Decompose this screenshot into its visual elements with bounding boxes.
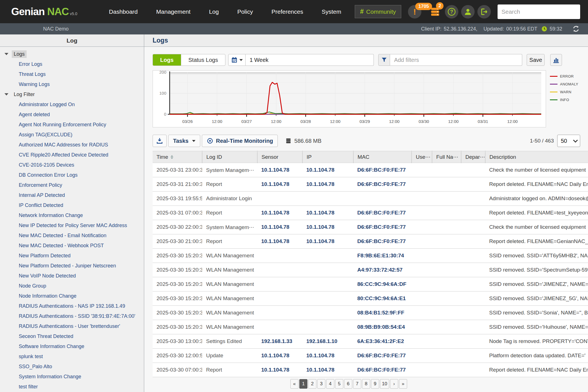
sidebar-item-seceon-threat-detected[interactable]: Seceon Threat Detected [0,331,144,341]
page-button-4[interactable]: 4 [326,379,334,389]
tab-status-logs[interactable]: Status Logs [181,54,225,66]
sort-icon[interactable] [171,155,173,159]
cell-mac[interactable]: 08:9B:B9:0B:54:E4 [353,320,412,334]
table-row[interactable]: 2025-03-30 15:20:36WLAN ManagementA4:97:… [153,263,588,277]
table-row[interactable]: 2025-03-30 15:20:36WLAN Management08:9B:… [153,320,588,334]
cell-sensor[interactable]: 10.1.104.78 [257,349,302,363]
table-row[interactable]: 2025-03-30 21:00:37Report10.1.104.7810.1… [153,234,588,249]
community-button[interactable]: # Community [355,5,401,18]
table-row[interactable]: 2025-03-31 21:00:37Report10.1.104.7810.1… [153,177,588,192]
nav-item-management[interactable]: Management [147,8,200,15]
sidebar-item-new-voip-node-detected[interactable]: New VoIP Node Detected [0,271,144,281]
tab-logs[interactable]: Logs [153,54,181,66]
cell-sensor[interactable]: 192.168.1.33 [257,334,302,349]
cell-ip[interactable]: 10.1.104.78 [302,234,353,249]
column-header-user[interactable]: Use⋯ [412,151,432,163]
cell-ip[interactable]: 10.1.104.78 [302,206,353,220]
sidebar-item-new-mac-detected-email-notification[interactable]: New MAC Detected - Email Notification [0,230,144,241]
cell-mac[interactable]: D6:6F:BC:F0:FE:77 [353,220,412,234]
refresh-button[interactable] [572,25,580,32]
column-header-ip[interactable]: IP [302,151,353,163]
cell-ip[interactable]: 192.168.1.10 [302,334,353,349]
filter-button[interactable] [378,54,390,66]
column-header-sensor[interactable]: Sensor [257,151,302,163]
sidebar-item-sso-palo-alto[interactable]: SSO_Palo Alto [0,361,144,372]
page-button-5[interactable]: 5 [335,379,343,389]
nav-item-system[interactable]: System [312,8,351,15]
chart-view-button[interactable] [550,54,562,66]
page-button-6[interactable]: 6 [344,379,352,389]
calendar-button[interactable] [228,54,246,66]
nav-item-preferences[interactable]: Preferences [262,8,312,15]
table-row[interactable]: 2025-03-30 22:00:36System Managem⋯10.1.1… [153,220,588,234]
export-button[interactable] [153,135,167,147]
help-button[interactable]: ? [445,5,458,18]
cell-sensor[interactable]: 10.1.104.78 [257,163,302,177]
sidebar-item-log-filter[interactable]: Log Filter [0,89,144,99]
cell-mac[interactable]: D6:6F:BC:F0:FE:77 [353,177,412,192]
page-button-9[interactable]: 9 [371,379,379,389]
sidebar-item-db-connection-error-logs[interactable]: DB Connection Error Logs [0,170,144,180]
column-header-department[interactable]: Depar⋯ [461,151,485,163]
cell-mac[interactable]: D6:6F:BC:F0:FE:77 [353,163,412,177]
cell-mac[interactable]: D6:6F:BC:F0:FE:77 [353,363,412,377]
cell-mac[interactable]: 86:CC:9C:94:6A:DF [353,277,412,291]
cell-mac[interactable]: D6:6F:BC:F0:FE:77 [353,234,412,249]
cell-mac[interactable]: D6:6F:BC:F0:FE:77 [353,206,412,220]
page-nav-button[interactable]: « [290,379,298,389]
sidebar-item-agent-not-running-enforcement-policy[interactable]: Agent Not Running Enforcement Policy [0,120,144,130]
sidebar-item-logs[interactable]: Logs [0,49,144,59]
cell-sensor[interactable]: 10.1.104.78 [257,234,302,249]
app-logo[interactable]: Genian NAC v5.0 [11,6,77,18]
sidebar-item-software-information-change[interactable]: Software Information Change [0,341,144,351]
page-nav-button[interactable]: › [390,379,398,389]
sidebar-item-system-information-change[interactable]: System Information Change [0,372,144,382]
sidebar-item-assign-tag-exclude[interactable]: Assign TAG(EXCLUDE) [0,130,144,140]
sidebar-item-new-ip-detected-for-policy-server-mac-address[interactable]: New IP Detected for Policy Server MAC Ad… [0,220,144,230]
nav-item-log[interactable]: Log [200,8,228,15]
add-filters-input[interactable] [390,54,522,66]
table-row[interactable]: 2025-03-30 12:00:53Update10.1.104.7810.1… [153,349,588,363]
sidebar-item-splunk-test[interactable]: splunk test [0,351,144,361]
table-row[interactable]: 2025-03-30 07:00:37Report10.1.104.7810.1… [153,363,588,377]
cell-sensor[interactable]: 10.1.104.78 [257,206,302,220]
sidebar-item-radius-authentications-ssid-38-91-b7-4e-7a-00[interactable]: RADIUS Authentications - SSID '38:91:B7:… [0,311,144,321]
cell-ip[interactable]: 10.1.104.78 [302,349,353,363]
table-row[interactable]: 2025-03-31 07:00:37Report10.1.104.7810.1… [153,206,588,220]
tasks-button[interactable]: Tasks [168,135,200,147]
sidebar-item-cve-ripple20-affected-device-detected[interactable]: CVE Ripple20 Affected Device Detected [0,150,144,160]
cell-mac[interactable]: A4:97:33:72:42:57 [353,263,412,277]
table-row[interactable]: 2025-03-30 15:20:36WLAN Management80:CC:… [153,291,588,306]
sidebar-item-radius-authentications-user-brettenduser[interactable]: RADIUS Authentications - User 'brettendu… [0,321,144,331]
cell-sensor[interactable]: 10.1.104.78 [257,177,302,192]
column-header-mac[interactable]: MAC [353,151,412,163]
search-input[interactable] [501,8,577,15]
page-button-1[interactable]: 1 [299,379,307,389]
cell-sensor[interactable]: 10.1.104.78 [257,363,302,377]
sidebar-item-authorized-mac-addresses-for-radius[interactable]: Authorized MAC Addresses for RADIUS [0,140,144,150]
sidebar-item-cve-2016-2105-devices[interactable]: CVE-2016-2105 Devices [0,160,144,170]
column-header-log-id[interactable]: Log ID [202,151,257,163]
cell-ip[interactable]: 10.1.104.78 [302,163,353,177]
cell-ip[interactable]: 10.1.104.78 [302,363,353,377]
sidebar-item-node-information-change[interactable]: Node Information Change [0,291,144,301]
table-row[interactable]: 2025-03-30 15:20:36WLAN Management86:CC:… [153,277,588,291]
logout-button[interactable] [477,5,491,18]
sidebar-item-new-platform-detected[interactable]: New Platform Detected [0,251,144,261]
cell-mac[interactable]: 6A:E3:36:41:2F:E2 [353,334,412,349]
cell-mac[interactable]: D6:6F:BC:F0:FE:77 [353,349,412,363]
cell-sensor[interactable]: 10.1.104.78 [257,220,302,234]
column-header-description[interactable]: Description [485,151,588,163]
cell-ip[interactable]: 10.1.104.78 [302,220,353,234]
page-button-10[interactable]: 10 [380,379,389,389]
cell-ip[interactable]: 10.1.104.78 [302,177,353,192]
save-button[interactable]: Save [527,54,545,66]
table-row[interactable]: 2025-03-30 13:00:36Settings Edited192.16… [153,334,588,349]
sidebar-item-new-mac-detected-webhook-post[interactable]: New MAC Detected - Webhook POST [0,241,144,251]
page-size-select[interactable]: 50 [557,135,580,147]
page-button-3[interactable]: 3 [317,379,325,389]
sidebar-item-threat-logs[interactable]: Threat Logs [0,69,144,79]
sidebar-item-error-logs[interactable]: Error Logs [0,59,144,69]
cell-mac[interactable]: 08:B4:B1:52:9F:FF [353,306,412,320]
sidebar-item-agent-deleted[interactable]: Agent deleted [0,109,144,120]
